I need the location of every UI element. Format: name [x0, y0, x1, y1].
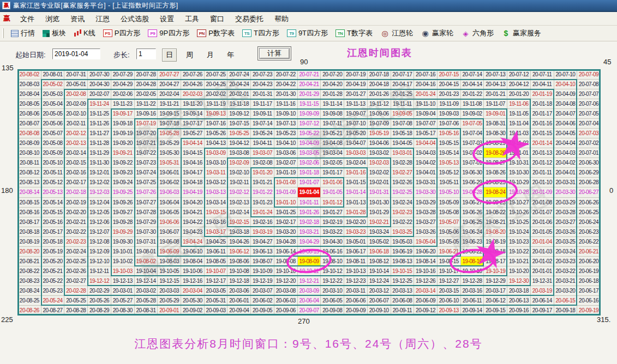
grid-cell: 20-08-06 — [18, 109, 41, 119]
menu-item-gann[interactable]: 江恩 — [90, 12, 115, 26]
grid-cell: 20-07-05 — [577, 109, 601, 119]
grid-cell: 19-05-17 — [414, 129, 438, 138]
grid-cell: 20-09-14 — [461, 306, 484, 316]
grid-cell: 19-11-16 — [274, 99, 298, 109]
grid-cell: 19-07-28 — [135, 208, 158, 217]
toolbar-gann-wheel[interactable]: ◎ 江恩轮 — [376, 26, 417, 41]
grid-cell: 20-07-22 — [274, 70, 298, 80]
grid-cell: 19-05-29 — [158, 138, 181, 148]
toolbar-blocks[interactable]: 板块 — [39, 26, 70, 41]
toolbar-p-square[interactable]: PS P四方形 — [99, 26, 145, 41]
grid-cell: 19-09-29 — [111, 227, 135, 237]
toolbar-9p-square[interactable]: P9 9P四方形 — [144, 26, 193, 41]
grid-cell: 19-05-30 — [158, 148, 181, 158]
grid-cell: 19-09-09 — [298, 109, 321, 119]
grid-cell: 20-01-17 — [531, 109, 554, 119]
grid-cell: 20-03-09 — [298, 286, 321, 296]
grid-cell: 19-06-09 — [158, 247, 181, 257]
grid-cell: 19-09-05 — [391, 109, 415, 119]
step-input[interactable] — [136, 48, 156, 59]
grid-cell: 19-05-20 — [344, 129, 368, 138]
grid-cell: 19-04-12 — [227, 138, 251, 148]
toolbar-label: 赢家轮 — [432, 28, 453, 38]
toolbar-winner-wheel[interactable]: ◉ 赢家轮 — [417, 26, 457, 41]
grid-cell: 20-03-28 — [554, 208, 578, 217]
grid-cell: 20-05-03 — [41, 89, 65, 99]
period-option-month[interactable]: 月 — [207, 50, 214, 60]
period-option-day[interactable]: 日 — [162, 48, 177, 62]
grid-cell: 20-06-18 — [577, 276, 601, 286]
grid-cell: 19-10-21 — [507, 257, 531, 266]
grid-cell: 20-03-24 — [554, 247, 578, 257]
grid-cell: 19-10-09 — [251, 266, 274, 276]
toolbar-service[interactable]: $ 赢家服务 — [498, 26, 545, 41]
toolbar-hexagon[interactable]: ◈ 六角形 — [457, 26, 498, 41]
grid-cell: 19-08-11 — [344, 257, 368, 266]
t-square-icon: TS — [242, 29, 251, 37]
menu-item-info[interactable]: 资讯 — [65, 12, 90, 26]
grid-cell: 19-06-02 — [158, 178, 181, 187]
menu-item-help[interactable]: 帮助 — [269, 12, 294, 26]
grid-cell: 19-12-20 — [274, 276, 298, 286]
grid-cell: 19-06-06 — [158, 217, 181, 227]
grid-cell: 19-03-10 — [205, 158, 228, 168]
grid-cell: 20-06-04 — [298, 296, 321, 306]
menu-item-window[interactable]: 窗口 — [205, 12, 230, 26]
menu-item-trade[interactable]: 交易委托 — [230, 12, 269, 26]
menu-item-settings[interactable]: 设置 — [154, 12, 179, 26]
toolbar-kline[interactable]: K线 — [70, 26, 99, 41]
grid-cell: 20-02-07 — [88, 89, 111, 99]
grid-cell: 19-09-10 — [274, 109, 298, 119]
grid-cell: 19-03-17 — [205, 227, 228, 237]
toolbar-t-table[interactable]: TN T数字表 — [332, 26, 376, 41]
grid-cell: 19-01-06 — [321, 178, 344, 187]
toolbar-9t-square[interactable]: T9 9T四方形 — [283, 26, 332, 41]
toolbar-quotes[interactable]: 行情 — [7, 26, 39, 41]
grid-cell: 20-05-14 — [41, 198, 65, 208]
grid-cell: 19-08-13 — [391, 257, 415, 266]
period-option-week[interactable]: 周 — [186, 50, 193, 60]
grid-cell: 19-08-10 — [321, 257, 344, 266]
grid-cell: 19-06-18 — [368, 247, 391, 257]
start-date-input[interactable] — [52, 48, 100, 59]
toolbar-t-square[interactable]: TS T四方形 — [238, 26, 283, 41]
grid-cell: 19-10-31 — [507, 158, 531, 168]
grid-cell: 20-08-29 — [88, 306, 111, 316]
toolbar-grip[interactable] — [2, 28, 4, 38]
grid-cell: 20-01-06 — [531, 217, 554, 227]
grid-cell: 19-08-31 — [484, 119, 507, 129]
grid-cell: 19-05-04 — [414, 237, 438, 247]
grid-cell: 19-02-18 — [298, 217, 321, 227]
grid-cell: 20-03-15 — [438, 286, 461, 296]
menu-item-tools[interactable]: 工具 — [179, 12, 205, 26]
period-option-year[interactable]: 年 — [227, 50, 234, 60]
grid-cell: 19-10-26 — [507, 208, 531, 217]
menu-item-formula[interactable]: 公式选股 — [115, 12, 154, 26]
grid-cell: 20-05-23 — [41, 286, 65, 296]
grid-cell: 19-07-04 — [461, 129, 484, 138]
grid-cell: 20-05-11 — [41, 168, 65, 178]
grid-cell: 19-09-20 — [111, 138, 135, 148]
grid-cell: 20-06-27 — [577, 187, 601, 197]
toolbar-p-table[interactable]: PN P数字表 — [193, 26, 238, 41]
grid-cell: 19-11-26 — [88, 119, 111, 129]
grid-cell: 20-03-03 — [158, 286, 181, 296]
menu-item-browse[interactable]: 浏览 — [40, 12, 65, 26]
grid-cell: 20-04-27 — [158, 80, 181, 89]
grid-cell: 19-01-24 — [251, 208, 274, 217]
grid-cell: 19-08-22 — [484, 208, 507, 217]
window-title: 赢家江恩专业版[赢家服务平台] - [上证指数时间正方形] — [13, 1, 178, 10]
menu-item-file[interactable]: 文件 — [15, 12, 40, 26]
grid-cell: 20-05-07 — [41, 129, 65, 138]
grid-cell: 20-05-29 — [158, 296, 181, 306]
grid-cell: 20-07-20 — [321, 70, 344, 80]
grid-cell: 19-12-01 — [88, 168, 111, 178]
grid-cell: 20-03-27 — [554, 217, 578, 227]
grid-cell: 19-01-11 — [298, 198, 321, 208]
calc-button[interactable]: 计算 — [259, 48, 290, 59]
grid-cell: 19-12-05 — [88, 208, 111, 217]
grid-cell: 19-03-31 — [414, 178, 438, 187]
grid-cell: 19-06-26 — [461, 208, 484, 217]
angle-label-135: 135 — [2, 64, 14, 72]
grid-cell: 19-10-18 — [461, 266, 484, 276]
